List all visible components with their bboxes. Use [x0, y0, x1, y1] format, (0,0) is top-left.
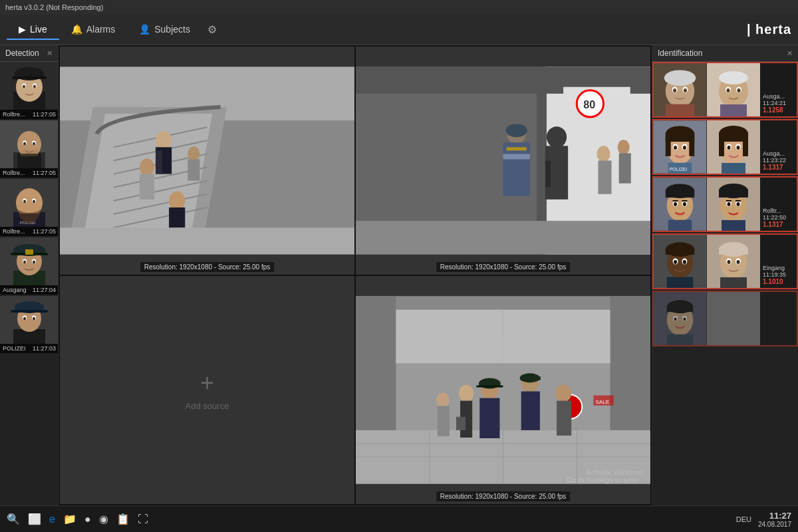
- detection-info: POLIZEI 11:27:03: [0, 344, 58, 353]
- identification-panel-header: Identification ✕: [652, 45, 798, 62]
- detection-item[interactable]: Rolltre... 11:27:05: [0, 120, 58, 178]
- svg-point-65: [156, 131, 172, 150]
- identification-item[interactable]: Eingang 11:19:35 1.1010: [652, 233, 798, 289]
- detection-location: Rolltre...: [3, 228, 25, 235]
- svg-rect-20: [20, 150, 39, 156]
- subjects-icon: 👤: [139, 24, 150, 35]
- svg-point-9: [23, 85, 25, 88]
- detection-info: Rolltre... 11:27:05: [0, 168, 58, 178]
- detection-panel: Detection ✕: [0, 45, 59, 505]
- id-faces: [654, 235, 760, 288]
- detection-face: [0, 120, 58, 168]
- detection-time: 11:27:03: [33, 345, 56, 352]
- camera-content-3: + Add source: [60, 276, 354, 504]
- svg-rect-101: [503, 310, 610, 364]
- search-icon[interactable]: 🔍: [7, 513, 20, 525]
- svg-point-198: [674, 260, 677, 264]
- svg-rect-120: [456, 417, 466, 430]
- svg-point-29: [23, 200, 26, 203]
- add-source-button[interactable]: + Add source: [60, 276, 354, 504]
- identification-item[interactable]: Rolltr... 11:22:50 1.1317: [652, 176, 798, 232]
- detection-time: 11:27:04: [33, 287, 56, 293]
- svg-rect-204: [719, 248, 748, 255]
- svg-point-18: [23, 142, 26, 146]
- id-score: 1.1317: [763, 164, 794, 171]
- taskbar-date-display: 24.08.2017: [758, 521, 791, 528]
- main-content: Detection ✕: [0, 45, 798, 505]
- svg-point-155: [674, 146, 677, 150]
- svg-rect-151: [666, 136, 671, 156]
- svg-rect-73: [188, 159, 200, 180]
- edge-icon[interactable]: e: [49, 513, 55, 525]
- detection-time: 11:27:05: [33, 170, 56, 176]
- camera-feed-3[interactable]: + Add source: [60, 276, 354, 504]
- svg-text:80: 80: [583, 98, 595, 110]
- nav-bar: ▶ Live 🔔 Alarms 👤 Subjects ⚙ | herta: [0, 15, 798, 45]
- detection-info: Ausgang 11:27:04: [0, 285, 58, 295]
- detection-face: [0, 62, 58, 110]
- id-meta: Eingang 11:19:35 1.1010: [760, 235, 797, 288]
- svg-rect-49: [11, 310, 48, 313]
- svg-rect-218: [667, 334, 694, 345]
- svg-rect-213: [667, 305, 694, 312]
- svg-point-42: [33, 261, 35, 264]
- detection-item[interactable]: POLIZEI Rolltre... 11:27:05: [0, 179, 58, 236]
- fullscreen-icon[interactable]: ⛶: [138, 513, 148, 525]
- detection-time: 11:27:05: [33, 228, 56, 235]
- svg-point-168: [737, 146, 740, 150]
- app-icon[interactable]: ◉: [99, 513, 108, 525]
- chrome-icon[interactable]: ●: [84, 513, 91, 525]
- svg-rect-48: [15, 306, 44, 311]
- taskbar-time-display: 11:27: [758, 511, 791, 521]
- detection-item[interactable]: POLIZEI 11:27:03: [0, 296, 58, 353]
- detection-close-icon[interactable]: ✕: [47, 49, 53, 58]
- tab-alarms[interactable]: 🔔 Alarms: [59, 20, 128, 40]
- svg-point-187: [728, 202, 731, 206]
- svg-point-91: [597, 146, 610, 162]
- svg-rect-69: [140, 174, 154, 200]
- svg-rect-137: [666, 104, 694, 116]
- svg-rect-113: [476, 385, 503, 387]
- tab-live[interactable]: ▶ Live: [7, 20, 59, 40]
- id-meta: [760, 292, 797, 345]
- notepad-icon[interactable]: 📋: [116, 513, 130, 525]
- svg-point-176: [674, 202, 677, 206]
- camera-feed-2: 80: [356, 47, 650, 275]
- taskbar-clock: 11:27 24.08.2017: [758, 511, 791, 528]
- detection-item[interactable]: Rolltre... 11:27:05: [0, 62, 58, 119]
- identification-item[interactable]: [652, 291, 798, 346]
- svg-rect-191: [722, 220, 745, 231]
- svg-rect-130: [666, 75, 694, 82]
- tab-subjects[interactable]: 👤 Subjects: [127, 20, 202, 40]
- svg-point-53: [33, 317, 35, 321]
- svg-rect-122: [557, 401, 571, 436]
- svg-point-10: [33, 85, 36, 88]
- id-score: 1.1258: [763, 106, 794, 114]
- settings-gear-icon[interactable]: ⚙: [207, 23, 217, 36]
- svg-point-133: [673, 88, 676, 92]
- svg-point-216: [674, 318, 677, 321]
- detection-location: Ausgang: [3, 287, 27, 293]
- detection-item[interactable]: Ausgang 11:27:04: [0, 237, 58, 295]
- svg-rect-152: [689, 136, 694, 156]
- id-face-detected: [654, 235, 707, 288]
- file-explorer-icon[interactable]: 📁: [63, 513, 76, 525]
- svg-rect-95: [356, 221, 650, 254]
- identification-item[interactable]: Ausga... 11:24:21 1.1258: [652, 62, 798, 118]
- identification-item[interactable]: POLIZEI: [652, 119, 798, 175]
- svg-point-88: [547, 126, 567, 148]
- identification-close-icon[interactable]: ✕: [787, 49, 793, 58]
- id-location: Eingang: [763, 265, 794, 271]
- title-bar-text: herta v3.0.2 (Not Responding): [5, 3, 103, 11]
- id-meta: Ausga... 11:24:21 1.1258: [760, 63, 797, 116]
- tab-alarms-label: Alarms: [86, 24, 116, 35]
- add-source-plus-icon: +: [200, 369, 214, 397]
- svg-rect-100: [396, 310, 503, 364]
- detection-location: Rolltre...: [3, 111, 25, 118]
- task-view-icon[interactable]: ⬜: [28, 513, 41, 525]
- language-indicator: DEU: [736, 515, 751, 523]
- camera-1-info: Resolution: 1920x1080 - Source: 25.00 fp…: [140, 262, 275, 272]
- svg-rect-200: [667, 277, 694, 288]
- id-faces: [654, 178, 760, 231]
- id-face-reference: [707, 63, 760, 116]
